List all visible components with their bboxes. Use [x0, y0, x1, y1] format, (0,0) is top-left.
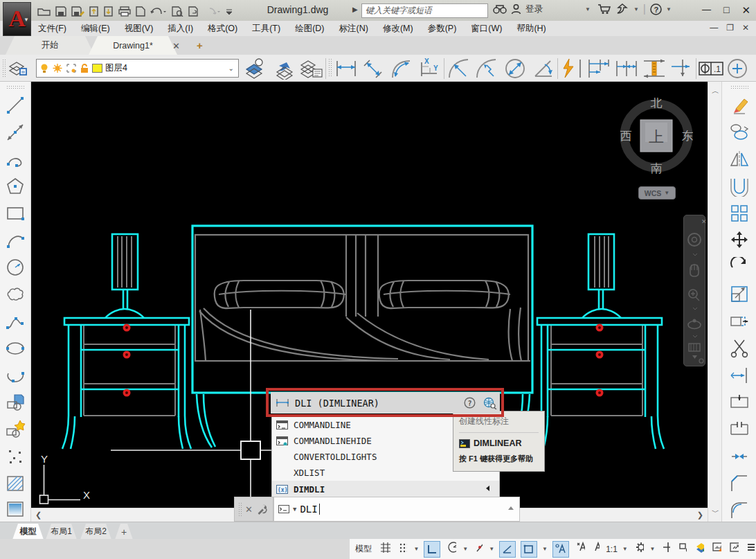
join-tool-icon[interactable]	[729, 446, 750, 467]
erase-tool-icon[interactable]	[729, 95, 750, 116]
open-icon[interactable]	[37, 6, 51, 17]
isodraft-dropdown-icon[interactable]: ▼	[489, 546, 494, 552]
polygon-tool-icon[interactable]	[5, 176, 26, 197]
scale-dropdown-icon[interactable]: ▼	[622, 546, 628, 552]
layer-properties-icon[interactable]	[7, 57, 30, 79]
isodraft-icon[interactable]	[473, 541, 484, 558]
share-icon[interactable]	[615, 3, 629, 15]
chamfer-tool-icon[interactable]	[729, 473, 750, 494]
menu-modify[interactable]: 修改(M)	[383, 23, 413, 35]
command-collapse-icon[interactable]	[508, 506, 514, 510]
command-bar-grip[interactable]	[238, 502, 242, 516]
dim-adjust-space-icon[interactable]	[641, 57, 667, 80]
autotrack-toggle[interactable]	[499, 541, 516, 558]
workspace-dropdown-icon[interactable]: ▼	[650, 546, 656, 552]
menu-format[interactable]: 格式(O)	[208, 23, 237, 35]
row-help-icon[interactable]: ?	[464, 397, 476, 409]
draw-toolbar-grip[interactable]	[6, 85, 24, 89]
dim-quick-icon[interactable]	[559, 57, 586, 80]
dim-aligned-icon[interactable]	[361, 57, 387, 80]
row-search-web-icon[interactable]	[483, 397, 497, 409]
new-sheet-icon[interactable]	[136, 6, 145, 17]
snap-icon[interactable]	[397, 541, 409, 558]
doc-close-button[interactable]: ✕	[742, 23, 749, 33]
new-layout-button[interactable]: +	[115, 524, 133, 540]
scale-value[interactable]: 1:1	[606, 544, 618, 554]
gradient-tool-icon[interactable]	[5, 500, 26, 520]
qat-menu-icon[interactable]	[226, 6, 233, 17]
help-dropdown-icon[interactable]: ▼	[666, 6, 672, 12]
new-tab-button[interactable]: +	[197, 39, 203, 51]
dim-diameter-icon[interactable]	[502, 57, 528, 80]
layer-previous-icon[interactable]	[273, 57, 298, 80]
viewcube-west-label[interactable]: 西	[620, 130, 632, 143]
login-label[interactable]: 登录	[525, 3, 543, 15]
doc-restore-button[interactable]: ❐	[726, 23, 734, 33]
plot-icon[interactable]	[118, 6, 131, 17]
save-to-web-icon[interactable]	[104, 6, 114, 17]
viewcube[interactable]: 上 北 南 西 东	[620, 98, 693, 174]
app-menu-button[interactable]: A▼	[3, 2, 31, 36]
login-dropdown-icon[interactable]: ▼	[585, 6, 591, 12]
offset-tool-icon[interactable]	[729, 176, 750, 197]
minimize-button[interactable]: —	[702, 4, 711, 17]
trim-tool-icon[interactable]	[729, 338, 750, 359]
plus-icon[interactable]	[660, 541, 672, 558]
layer-match-icon[interactable]	[244, 57, 269, 80]
viewcube-top-label[interactable]: 上	[649, 128, 664, 145]
user-icon[interactable]	[511, 3, 521, 15]
layer-manager-icon[interactable]	[298, 57, 323, 80]
open-from-web-icon[interactable]	[89, 6, 99, 17]
help-icon[interactable]: ?	[650, 3, 662, 15]
tab-close-icon[interactable]: ✕	[172, 41, 180, 51]
scroll-down-icon[interactable]: ﹀	[712, 507, 719, 517]
array-tool-icon[interactable]	[729, 203, 750, 224]
menu-help[interactable]: 帮助(H)	[516, 23, 546, 35]
cart-icon[interactable]	[597, 3, 611, 15]
dim-center-mark-icon[interactable]	[724, 57, 750, 80]
dim-angular-icon[interactable]	[530, 57, 556, 80]
navigation-bar[interactable]: ✕	[683, 215, 705, 366]
search-binoculars-icon[interactable]	[493, 3, 507, 15]
suggestion-dimdli[interactable]: (x) DIMDLI	[272, 481, 499, 497]
layer-select-combo[interactable]: 图层4 ⌄	[36, 59, 239, 78]
scroll-left-icon[interactable]: ❮	[35, 511, 42, 520]
suggestion-selected[interactable]: DLI (DIMLINEAR) ?	[271, 392, 500, 414]
menu-dimension[interactable]: 标注(N)	[339, 23, 368, 35]
menu-edit[interactable]: 编辑(E)	[81, 23, 110, 35]
layer-color-swatch[interactable]	[92, 64, 102, 73]
scroll-up-icon[interactable]: ︿	[712, 86, 719, 96]
hatch-tool-icon[interactable]	[5, 473, 26, 494]
toolbar-grip[interactable]	[2, 59, 6, 77]
construction-line-tool-icon[interactable]	[5, 122, 26, 143]
dim-baseline-icon[interactable]	[586, 57, 612, 80]
navbar-close-icon[interactable]: ✕	[701, 218, 706, 225]
doc-minimize-button[interactable]: —	[710, 23, 718, 33]
break-tool-icon[interactable]	[729, 419, 750, 440]
sheet-clip-icon[interactable]	[188, 6, 199, 17]
vertical-scrollbar[interactable]: ︿ ﹀	[708, 82, 721, 522]
status-model-label[interactable]: 模型	[355, 543, 372, 555]
annotation-toggle[interactable]	[552, 541, 569, 558]
osnap-toggle[interactable]	[521, 541, 537, 558]
dim-ordinate-icon[interactable]: XY	[416, 57, 442, 80]
osnap-dropdown-icon[interactable]: ▼	[542, 546, 548, 552]
dim-jogged-icon[interactable]	[474, 57, 501, 80]
polar-dropdown-icon[interactable]: ▼	[462, 546, 468, 552]
menu-file[interactable]: 文件(F)	[38, 23, 66, 35]
undo-icon[interactable]	[150, 6, 167, 17]
insert-block-tool-icon[interactable]	[5, 392, 26, 413]
dim-arc-length-icon[interactable]	[388, 57, 415, 80]
wcs-button[interactable]: WCS▼	[638, 186, 676, 199]
scale-tool-icon[interactable]	[729, 284, 750, 305]
share-dropdown-icon[interactable]: ▼	[633, 6, 639, 12]
extend-tool-icon[interactable]	[729, 365, 750, 386]
dim-break-icon[interactable]	[669, 57, 695, 80]
copy-tool-icon[interactable]	[729, 122, 750, 143]
command-wrench-icon[interactable]	[256, 503, 269, 515]
viewcube-south-label[interactable]: 南	[651, 162, 663, 174]
sysvar-expand-icon[interactable]	[486, 486, 489, 491]
layout-tab-layout2[interactable]: 布局2	[80, 524, 111, 540]
redo-icon[interactable]	[204, 6, 221, 17]
fillet-tool-icon[interactable]	[729, 500, 750, 521]
